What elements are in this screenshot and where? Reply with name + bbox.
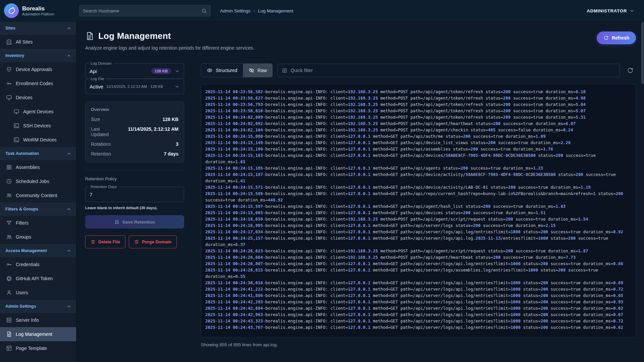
log-line: 2025-11-14 00:24:26,623-borealis.engine.… bbox=[205, 248, 632, 254]
log-domain-value: Api bbox=[90, 68, 97, 74]
sidebar-item-page-template[interactable]: Page Template bbox=[0, 341, 76, 355]
log-file-select[interactable]: Log File Active 11/14/2025, 2:12:12 AM ·… bbox=[85, 79, 184, 94]
log-file-meta: 11/14/2025, 2:12:12 AM · 128 KB bbox=[106, 84, 163, 88]
agent-devices-icon bbox=[13, 109, 19, 115]
raw-view-toggle[interactable]: Raw bbox=[243, 64, 272, 77]
sidebar-section-inventory[interactable]: Inventory bbox=[0, 49, 76, 62]
log-file-value: Active bbox=[90, 84, 103, 89]
sidebar-item-devices[interactable]: Devices bbox=[0, 90, 76, 105]
overview-row-rotations: Rotations3 bbox=[91, 141, 178, 147]
log-line: 2025-11-14 00:24:15,149-borealis.engine.… bbox=[205, 139, 632, 146]
brand-subtitle: Automation Platform bbox=[22, 12, 54, 16]
quick-filter-input[interactable] bbox=[291, 68, 615, 73]
trash-icon bbox=[91, 239, 96, 244]
retention-policy-label: Retention Policy bbox=[85, 176, 184, 181]
refresh-button[interactable]: Refresh bbox=[597, 32, 636, 44]
log-line: 2025-11-14 00:24:15,183-borealis.engine.… bbox=[205, 152, 632, 165]
sidebar-item-all-sites[interactable]: All Sites bbox=[0, 35, 76, 49]
chevron-down-icon bbox=[174, 68, 180, 74]
log-line: 2025-11-14 00:24:26,807-borealis.engine.… bbox=[205, 260, 632, 267]
breadcrumb-parent[interactable]: Admin Settings bbox=[220, 8, 251, 13]
user-menu[interactable]: ADMINISTRATOR bbox=[587, 8, 635, 13]
main-content: Log Management Analyze engine logs and a… bbox=[76, 21, 644, 362]
log-line: 2025-11-14 00:24:15,571-borealis.engine.… bbox=[205, 184, 632, 190]
log-line: 2025-11-14 00:24:28,815-borealis.engine.… bbox=[205, 267, 632, 280]
save-retention-button[interactable]: Save Retention bbox=[85, 215, 184, 229]
sidebar-item-enrollment-codes[interactable]: Enrollment Codes bbox=[0, 76, 76, 90]
breadcrumb-current[interactable]: Log Management bbox=[258, 8, 293, 13]
filters-icon bbox=[6, 220, 12, 226]
viewer-toolbar: Structured Raw bbox=[201, 63, 636, 77]
sidebar-item-users[interactable]: Users bbox=[0, 286, 76, 300]
device-approvals-icon bbox=[6, 66, 12, 72]
all-sites-icon bbox=[6, 39, 12, 45]
retention-days-field: Retention Days bbox=[85, 187, 184, 202]
chevron-down-icon bbox=[629, 8, 635, 13]
purge-domain-button[interactable]: Purge Domain bbox=[129, 235, 177, 248]
log-line: 2025-11-14 00:24:42,283-borealis.engine.… bbox=[205, 299, 632, 305]
structured-view-toggle[interactable]: Structured bbox=[201, 64, 243, 77]
sidebar-section-access-management[interactable]: Access Management bbox=[0, 244, 76, 257]
log-controls: Log Domain Api 128 KB Log File Active 11… bbox=[85, 63, 184, 347]
devices-icon bbox=[6, 95, 12, 101]
sidebar-item-filters[interactable]: Filters bbox=[0, 216, 76, 230]
sidebar-item-server-info[interactable]: Server Info bbox=[0, 313, 76, 327]
log-line: 2025-11-14 00:24:17,034-borealis.engine.… bbox=[205, 229, 632, 235]
viewer-refresh-button[interactable] bbox=[625, 65, 636, 76]
overview-row-size: Size128 KB bbox=[91, 117, 178, 122]
refresh-icon bbox=[627, 67, 634, 74]
sidebar-item-scheduled-jobs[interactable]: Scheduled Jobs bbox=[0, 174, 76, 188]
search-input[interactable] bbox=[83, 8, 201, 13]
hostname-search bbox=[79, 5, 211, 16]
log-line: 2025-11-14 00:24:02,104-borealis.engine.… bbox=[205, 127, 632, 133]
sidebar-item-winrm-devices[interactable]: WinRM Devices bbox=[0, 133, 76, 147]
log-line: 2025-11-14 00:24:30,016-borealis.engine.… bbox=[205, 280, 632, 286]
users-icon bbox=[6, 290, 12, 296]
log-line: 2025-11-14 00:23:56,793-borealis.engine.… bbox=[205, 101, 632, 108]
sidebar-item-ssh-devices[interactable]: SSH Devices bbox=[0, 119, 76, 133]
retention-days-input[interactable] bbox=[90, 192, 180, 197]
sidebar-item-groups[interactable]: Groups bbox=[0, 230, 76, 244]
page-scrollbar[interactable] bbox=[641, 21, 644, 362]
sidebar-section-task-automation[interactable]: Task Automation bbox=[0, 147, 76, 160]
log-line: 2025-11-14 00:24:41,222-borealis.engine.… bbox=[205, 286, 632, 292]
assemblies-icon bbox=[6, 164, 12, 170]
ssh-devices-icon bbox=[13, 123, 19, 129]
scheduled-jobs-icon bbox=[6, 178, 12, 184]
page-header: Log Management Analyze engine logs and a… bbox=[85, 31, 636, 51]
sidebar-section-sites[interactable]: Sites bbox=[0, 21, 76, 35]
log-line: 2025-11-14 00:24:02,092-borealis.engine.… bbox=[205, 120, 632, 127]
borealis-logo[interactable] bbox=[4, 3, 19, 18]
chevron-up-icon bbox=[66, 151, 71, 156]
log-line: 2025-11-14 00:24:43,323-borealis.engine.… bbox=[205, 318, 632, 324]
retention-days-label: Retention Days bbox=[89, 184, 119, 189]
log-line: 2025-11-14 00:24:41,886-borealis.engine.… bbox=[205, 292, 632, 299]
log-count: Showing 855 of 855 lines from api.log. bbox=[201, 342, 636, 347]
sidebar-item-community-content[interactable]: Community Content bbox=[0, 188, 76, 202]
save-icon bbox=[114, 220, 119, 225]
log-domain-label: Log Domain bbox=[89, 61, 113, 66]
breadcrumb: Admin Settings › Log Management bbox=[220, 8, 293, 13]
refresh-icon bbox=[603, 35, 609, 41]
delete-file-button[interactable]: Delete File bbox=[85, 235, 125, 248]
sidebar-item-github-api-token[interactable]: GitHub API Token bbox=[0, 272, 76, 286]
eye-icon bbox=[207, 67, 213, 73]
sidebar-item-agent-devices[interactable]: Agent Devices bbox=[0, 105, 76, 119]
log-management-icon bbox=[6, 331, 12, 337]
chevron-up-icon bbox=[66, 53, 71, 58]
sidebar-item-credentials[interactable]: Credentials bbox=[0, 257, 76, 272]
scrollbar-thumb[interactable] bbox=[641, 22, 644, 84]
sidebar-section-filters-groups[interactable]: Filters & Groups bbox=[0, 202, 76, 216]
winrm-devices-icon bbox=[13, 137, 19, 143]
sidebar-item-log-management[interactable]: Log Management bbox=[0, 327, 76, 341]
eye-off-icon bbox=[249, 67, 255, 73]
brand-title: Borealis bbox=[22, 5, 54, 12]
sidebar: SitesAll SitesInventoryDevice ApprovalsE… bbox=[0, 21, 76, 362]
log-viewer[interactable]: 2025-11-14 00:23:56,582-borealis.engine.… bbox=[201, 84, 636, 338]
chevron-up-icon bbox=[66, 207, 71, 212]
sidebar-item-device-approvals[interactable]: Device Approvals bbox=[0, 62, 76, 76]
groups-icon bbox=[6, 234, 12, 240]
log-management-page-icon bbox=[85, 32, 94, 41]
sidebar-item-assemblies[interactable]: Assemblies bbox=[0, 160, 76, 174]
sidebar-section-admin-settings[interactable]: Admin Settings bbox=[0, 300, 76, 313]
